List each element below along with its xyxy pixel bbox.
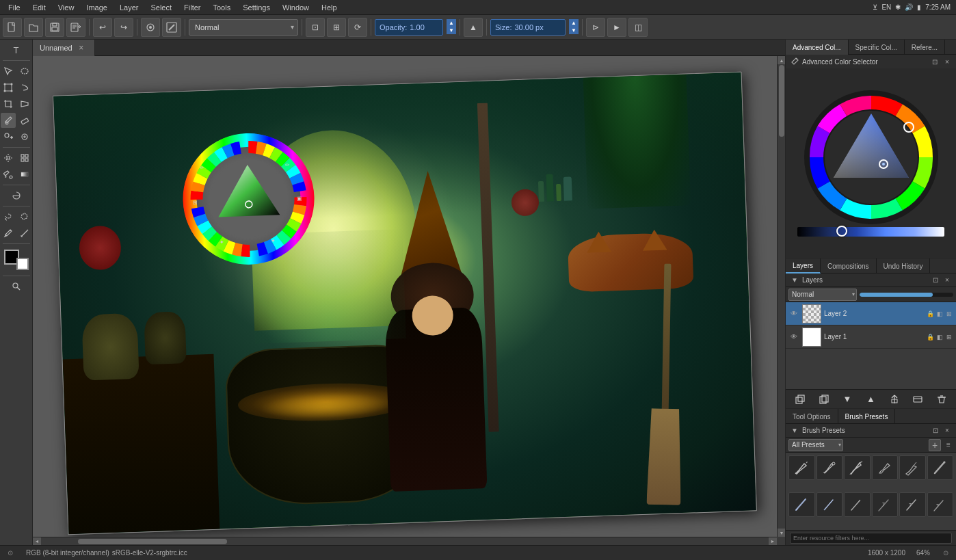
tool-transform[interactable] <box>1 80 16 95</box>
menu-image[interactable]: Image <box>81 2 113 13</box>
save-button[interactable] <box>45 18 64 37</box>
layer-delete-button[interactable] <box>933 392 950 407</box>
layers-expand-button[interactable]: ⊡ <box>931 276 940 285</box>
menu-edit[interactable]: Edit <box>27 2 51 13</box>
brush-item-10[interactable]: T <box>872 492 899 517</box>
tab-brush-presets[interactable]: Brush Presets <box>838 409 896 424</box>
layer-opacity-track[interactable] <box>860 293 953 297</box>
tool-move[interactable] <box>1 150 16 165</box>
status-icon-left[interactable]: ⊙ <box>5 548 15 558</box>
color-close-button[interactable]: × <box>942 57 952 66</box>
document-tab[interactable]: Unnamed × <box>33 40 95 56</box>
menu-view[interactable]: View <box>53 2 80 13</box>
canvas-scroll[interactable]: ✏ ✏ ▣ ⊞ ✦ ✦ ▲ ▼ <box>33 56 785 545</box>
scroll-down-arrow[interactable]: ▼ <box>778 529 785 537</box>
menu-filter[interactable]: Filter <box>178 2 206 13</box>
brush-item-12[interactable]: T <box>927 492 954 517</box>
menu-help[interactable]: Help <box>316 2 343 13</box>
hscroll-thumb[interactable] <box>78 539 227 544</box>
brush-search-input[interactable] <box>790 533 952 544</box>
mirror-v-button[interactable]: ► <box>607 18 626 37</box>
tool-measure[interactable] <box>17 226 32 241</box>
layers-blend-select[interactable]: Normal Multiply Screen <box>788 289 857 301</box>
tab-tool-options[interactable]: Tool Options <box>786 409 838 424</box>
brush-options-button[interactable] <box>141 18 160 37</box>
tool-lasso[interactable] <box>1 209 16 224</box>
menu-tools[interactable]: Tools <box>208 2 237 13</box>
tab-advanced-color[interactable]: Advanced Col... <box>786 40 849 55</box>
menu-file[interactable]: File <box>3 2 26 13</box>
tool-perspective[interactable] <box>17 96 32 111</box>
color-panel-icon[interactable] <box>790 57 799 66</box>
size-stepper[interactable]: ▲ ▼ <box>569 19 579 36</box>
undo-button[interactable]: ↩ <box>93 18 112 37</box>
menu-layer[interactable]: Layer <box>114 2 144 13</box>
tab-undo-history[interactable]: Undo History <box>877 258 931 274</box>
tab-compositions[interactable]: Compositions <box>821 258 877 274</box>
layers-collapse-icon[interactable]: ▼ <box>790 276 799 285</box>
saturation-knob[interactable] <box>836 226 847 237</box>
tool-dodge[interactable] <box>9 188 24 203</box>
tool-eraser[interactable] <box>17 113 32 128</box>
brush-menu-button[interactable]: ≡ <box>944 440 953 450</box>
layer-item-1[interactable]: 👁 Layer 1 🔒 ◧ ⊞ <box>786 325 956 349</box>
opacity-stepper[interactable]: ▲ ▼ <box>447 19 456 36</box>
horizontal-scrollbar[interactable]: ◄ ► <box>33 537 777 545</box>
menu-settings[interactable]: Settings <box>237 2 276 13</box>
opacity-up[interactable]: ▲ <box>447 19 456 27</box>
preserve-alpha-button[interactable]: ⊡ <box>306 18 325 37</box>
open-button[interactable] <box>24 18 43 37</box>
brush-item-8[interactable] <box>816 492 843 517</box>
tool-clone[interactable] <box>1 129 16 144</box>
layer-item-2[interactable]: 👁 Layer 2 🔒 ◧ ⊞ <box>786 302 956 325</box>
vscroll-thumb[interactable] <box>779 65 784 137</box>
brush-item-1[interactable] <box>788 455 815 480</box>
layer-filter-1[interactable]: ⊞ <box>945 333 953 341</box>
brush-item-3[interactable] <box>844 455 871 480</box>
status-icon-right[interactable]: ⊙ <box>941 548 951 558</box>
layer-group-button[interactable] <box>909 392 926 407</box>
layer-lock-2[interactable]: 🔒 <box>926 310 934 318</box>
brush-close-button[interactable]: × <box>942 426 952 436</box>
tool-gradient[interactable] <box>17 167 32 182</box>
blend-mode-select[interactable]: Normal Multiply Screen Overlay <box>189 19 298 36</box>
vertical-scrollbar[interactable]: ▲ ▼ <box>777 56 785 537</box>
brush-item-2[interactable] <box>816 455 843 480</box>
mirror-h-button[interactable]: ⊳ <box>586 18 605 37</box>
refresh-button[interactable]: ⟳ <box>348 18 367 37</box>
layer-move-down-button[interactable]: ▼ <box>839 392 855 407</box>
brush-collapse-icon[interactable]: ▼ <box>790 426 799 436</box>
brush-item-5[interactable] <box>899 455 926 480</box>
brush-item-6[interactable] <box>927 455 954 480</box>
tab-reference[interactable]: Refere... <box>905 40 945 55</box>
size-down[interactable]: ▼ <box>569 27 579 34</box>
layer-filter-2[interactable]: ⊞ <box>945 310 953 318</box>
layer-add-button[interactable] <box>792 392 808 407</box>
new-button[interactable] <box>3 18 22 37</box>
tab-specific-color[interactable]: Specific Col... <box>849 40 905 55</box>
extra-button[interactable]: ◫ <box>628 18 648 37</box>
recent-docs-button[interactable] <box>66 18 85 37</box>
color-expand-button[interactable]: ⊡ <box>930 57 940 66</box>
scroll-up-arrow[interactable]: ▲ <box>778 56 785 64</box>
layer-move-up-button[interactable]: ▲ <box>862 392 879 407</box>
tool-heal[interactable] <box>17 129 32 144</box>
scroll-right-arrow[interactable]: ► <box>769 537 777 546</box>
layer-visibility-1[interactable]: 👁 <box>788 332 799 343</box>
tool-text[interactable]: T <box>9 42 24 57</box>
brush-item-9[interactable] <box>844 492 871 517</box>
layer-merge-button[interactable] <box>886 392 903 407</box>
saturation-bar[interactable] <box>797 227 944 237</box>
fg-bg-colors[interactable] <box>4 250 29 270</box>
tool-ellipse-select[interactable] <box>17 64 32 79</box>
menu-window[interactable]: Window <box>277 2 315 13</box>
layer-lock-1[interactable]: 🔒 <box>926 333 934 341</box>
tool-fill[interactable] <box>1 167 16 182</box>
tool-freehand-select[interactable] <box>1 64 16 79</box>
artwork-canvas[interactable]: ✏ ✏ ▣ ⊞ ✦ ✦ <box>53 72 757 535</box>
layers-close-button[interactable]: × <box>942 276 952 285</box>
tool-poly-select[interactable] <box>17 209 32 224</box>
brush-expand-button[interactable]: ⊡ <box>931 426 940 436</box>
background-swatch[interactable] <box>16 258 29 270</box>
brush-type-button[interactable] <box>162 18 181 37</box>
